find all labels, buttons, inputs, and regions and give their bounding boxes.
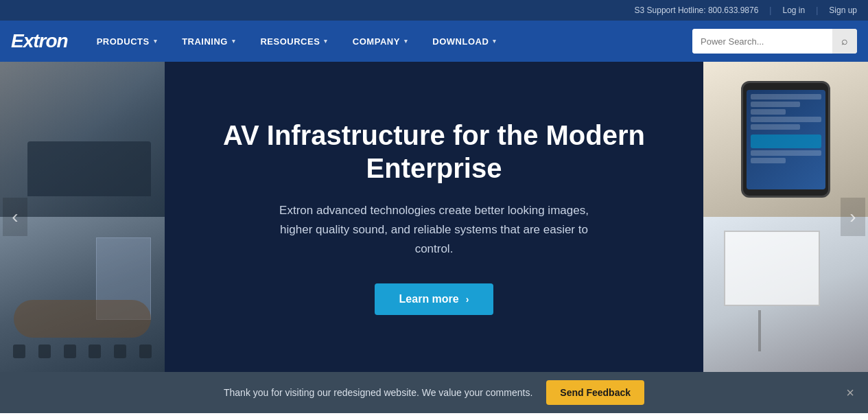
whiteboard-display (724, 231, 820, 306)
notification-bar: Thank you for visiting our redesigned we… (0, 372, 868, 413)
signup-link[interactable]: Sign up (829, 5, 857, 15)
screen-element (751, 94, 821, 100)
learn-more-button[interactable]: Learn more › (375, 283, 494, 315)
conference-chairs (7, 338, 158, 358)
chevron-down-icon: ▾ (493, 38, 497, 45)
main-nav: Extron PRODUCTS ▾ TRAINING ▾ RESOURCES ▾… (0, 21, 868, 62)
send-feedback-button[interactable]: Send Feedback (546, 380, 644, 405)
notification-message: Thank you for visiting our redesigned we… (224, 387, 532, 398)
screen-button (751, 135, 821, 148)
support-hotline: S3 Support Hotline: 800.633.9876 (635, 5, 759, 15)
nav-training[interactable]: TRAINING ▾ (169, 21, 248, 62)
carousel-next-button[interactable]: › (841, 198, 865, 236)
logo[interactable]: Extron (11, 30, 68, 52)
carousel-prev-button[interactable]: ‹ (3, 198, 27, 236)
hero-title: AV Infrastructure for the Modern Enterpr… (192, 119, 676, 185)
chevron-down-icon: ▾ (232, 38, 236, 45)
chair (64, 345, 76, 358)
nav-items: PRODUCTS ▾ TRAINING ▾ RESOURCES ▾ COMPAN… (84, 21, 692, 62)
hero-image-whiteboard (703, 217, 868, 372)
laptop-shape (27, 141, 151, 196)
hero-content: AV Infrastructure for the Modern Enterpr… (165, 62, 703, 372)
learn-more-label: Learn more (399, 293, 459, 305)
screen-element (751, 109, 786, 115)
utility-bar: S3 Support Hotline: 800.633.9876 | Log i… (0, 0, 868, 21)
nav-resources[interactable]: RESOURCES ▾ (248, 21, 340, 62)
hero-image-conference (0, 217, 165, 372)
nav-download-label: DOWNLOAD (432, 36, 489, 47)
next-icon: › (849, 206, 856, 228)
search-icon: ⌕ (841, 35, 848, 47)
chevron-down-icon: ▾ (324, 38, 328, 45)
prev-icon: ‹ (12, 206, 18, 228)
conference-table (14, 300, 151, 338)
nav-company[interactable]: COMPANY ▾ (340, 21, 420, 62)
screen-element (751, 117, 821, 122)
chevron-down-icon: ▾ (404, 38, 408, 45)
nav-resources-label: RESOURCES (260, 36, 320, 47)
nav-products[interactable]: PRODUCTS ▾ (84, 21, 169, 62)
separator2: | (816, 5, 818, 15)
chevron-right-icon: › (466, 294, 469, 305)
screen-element (751, 150, 821, 156)
hero-image-tablet (703, 62, 868, 217)
close-notification-button[interactable]: × (846, 386, 854, 399)
nav-company-label: COMPANY (353, 36, 400, 47)
screen-element (751, 158, 786, 163)
chair (114, 345, 126, 358)
tablet-device (741, 81, 830, 198)
chair (89, 345, 101, 358)
search-box: ⌕ (692, 29, 857, 54)
chair (139, 345, 152, 358)
nav-download[interactable]: DOWNLOAD ▾ (420, 21, 509, 62)
tablet-screen (747, 90, 825, 189)
hero-image-laptops (0, 62, 165, 217)
nav-training-label: TRAINING (182, 36, 228, 47)
search-input[interactable] (692, 29, 832, 54)
nav-products-label: PRODUCTS (97, 36, 150, 47)
chair (38, 345, 51, 358)
hero-description: Extron advanced technologies create bett… (263, 201, 606, 259)
search-button[interactable]: ⌕ (832, 29, 857, 54)
screen-element (751, 124, 800, 130)
separator: | (769, 5, 771, 15)
hero-section: AV Infrastructure for the Modern Enterpr… (0, 62, 868, 372)
login-link[interactable]: Log in (782, 5, 805, 15)
chair (13, 345, 25, 358)
screen-stand (758, 310, 761, 351)
chevron-down-icon: ▾ (154, 38, 158, 45)
screen-element (751, 102, 800, 107)
